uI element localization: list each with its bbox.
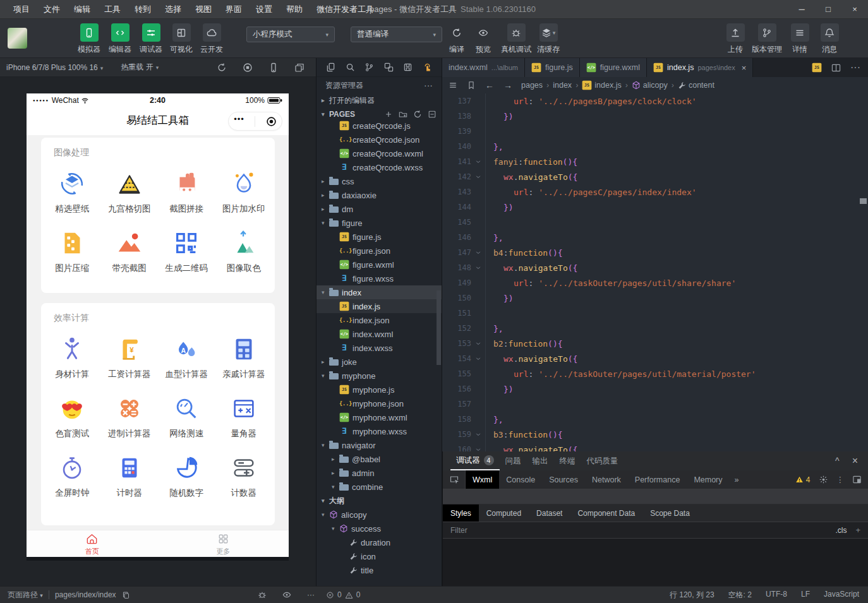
tree-item[interactable]: ▾figure xyxy=(316,216,442,230)
settings-gear-icon[interactable] xyxy=(819,475,828,484)
tree-item[interactable]: ▾myphone xyxy=(316,369,442,383)
close-tab-icon[interactable]: × xyxy=(742,63,747,73)
app-item[interactable]: 生成二维码 xyxy=(158,229,215,274)
devtools-tab-Memory[interactable]: Memory xyxy=(687,470,729,489)
eye-icon[interactable] xyxy=(282,590,291,599)
fold-chevron-icon[interactable] xyxy=(471,265,485,271)
new-folder-icon[interactable] xyxy=(399,110,407,119)
menu-item[interactable]: 选择 xyxy=(158,0,188,19)
tree-item[interactable]: ▸@babel xyxy=(316,452,442,466)
compile-dropdown[interactable]: 普通编译▾ xyxy=(351,27,442,42)
open-editors-section[interactable]: ▸ 打开的编辑器 xyxy=(316,93,442,107)
collapse-panel-button[interactable]: ^ xyxy=(835,456,840,466)
more-actions-icon[interactable]: ··· xyxy=(850,62,860,73)
git-branch-icon[interactable] xyxy=(365,63,374,72)
dock-side-icon[interactable] xyxy=(852,475,862,484)
fold-chevron-icon[interactable] xyxy=(471,174,485,180)
bug-icon[interactable] xyxy=(258,590,267,599)
editor-tab-index.js[interactable]: JSindex.jspages\index× xyxy=(647,58,753,77)
maximize-button[interactable]: □ xyxy=(815,1,841,18)
tree-item[interactable]: title xyxy=(316,563,442,577)
windows-icon[interactable] xyxy=(294,63,304,73)
fold-chevron-icon[interactable] xyxy=(471,355,485,362)
app-item[interactable]: 身材计算 xyxy=(44,335,101,380)
layout-icon[interactable] xyxy=(384,63,394,72)
more-icon[interactable]: ··· xyxy=(307,590,315,599)
code-editor[interactable]: 137url: '../../pagesB/pages/clock/clock'… xyxy=(442,93,868,451)
editor-tab-figure.js[interactable]: JSfigure.js xyxy=(525,58,580,77)
devtools-tab-Performance[interactable]: Performance xyxy=(628,470,687,489)
tree-item[interactable]: ∃myphone.wxss xyxy=(316,424,442,438)
app-item[interactable]: 进制计算器 xyxy=(101,394,159,439)
explorer-more-button[interactable]: ··· xyxy=(424,80,433,90)
debugger-tab-输出[interactable]: 输出 xyxy=(527,451,554,470)
fold-chevron-icon[interactable] xyxy=(471,249,485,256)
tree-item[interactable]: ▾navigator xyxy=(316,438,442,452)
menu-item[interactable]: 工具 xyxy=(97,0,128,19)
tree-item[interactable]: JSfigure.js xyxy=(316,230,442,244)
filter-input[interactable]: Filter xyxy=(450,526,467,535)
breadcrumb-item[interactable]: pages xyxy=(521,81,543,90)
app-item[interactable]: 量角器 xyxy=(215,394,273,439)
toolbar-预览-button[interactable]: 预览 xyxy=(466,23,501,55)
hot-reload-toggle[interactable]: 热重载 开▾ xyxy=(121,62,159,73)
app-item[interactable]: 图像取色 xyxy=(215,229,273,274)
toolbar-上传-button[interactable]: 上传 xyxy=(718,23,753,55)
devtools-tab-Console[interactable]: Console xyxy=(499,470,542,489)
tree-item[interactable]: </>myphone.wxml xyxy=(316,410,442,424)
tree-item[interactable]: ▾success xyxy=(316,522,442,535)
debugger-tab-代码质量[interactable]: 代码质量 xyxy=(581,451,624,470)
list-icon[interactable] xyxy=(449,81,457,90)
app-item[interactable]: 随机数字 xyxy=(158,453,215,499)
tabbar-更多[interactable]: 更多 xyxy=(158,530,289,557)
tree-item[interactable]: ∃index.wxss xyxy=(316,341,442,355)
app-item[interactable]: 图片加水印 xyxy=(215,169,273,215)
tree-item[interactable]: ▸css xyxy=(316,174,442,188)
menu-item[interactable]: 视图 xyxy=(188,0,219,19)
save-icon[interactable] xyxy=(403,63,413,72)
exit-target-button[interactable] xyxy=(266,116,277,127)
more-menu-button[interactable]: ••• xyxy=(234,119,244,123)
problems-indicator[interactable]: 0 0 xyxy=(326,590,360,599)
tree-item[interactable]: ▸daxiaoxie xyxy=(316,188,442,202)
app-item[interactable]: 计时器 xyxy=(101,453,159,499)
page-path-selector[interactable]: 页面路径 ▾ xyxy=(8,590,43,600)
search-icon[interactable] xyxy=(346,63,355,72)
fold-chevron-icon[interactable] xyxy=(471,431,485,438)
tree-item[interactable]: ∃figure.wxss xyxy=(316,272,442,285)
tree-item[interactable]: ▸joke xyxy=(316,355,442,369)
tree-item[interactable]: JScreateQrcode.js xyxy=(316,119,442,133)
inspect-element-button[interactable] xyxy=(443,470,466,489)
outline-section[interactable]: ▾ 大纲 xyxy=(316,494,442,508)
tree-item[interactable]: JSindex.js xyxy=(316,299,442,313)
close-button[interactable]: × xyxy=(841,1,868,18)
minimize-button[interactable]: ─ xyxy=(788,1,815,18)
tree-item[interactable]: icon xyxy=(316,549,442,563)
app-item[interactable]: 带壳截图 xyxy=(101,229,159,274)
devtools-tab-Network[interactable]: Network xyxy=(585,470,628,489)
toolbar-模拟器-button[interactable]: 模拟器 xyxy=(71,23,107,55)
editor-scrollbar-handle[interactable] xyxy=(860,198,867,204)
new-file-icon[interactable] xyxy=(384,110,393,119)
tree-item[interactable]: {..}index.json xyxy=(316,313,442,327)
app-item[interactable]: 精选壁纸 xyxy=(44,169,101,215)
tree-item[interactable]: JSmyphone.js xyxy=(316,383,442,397)
debugger-tab-问题[interactable]: 问题 xyxy=(500,451,527,470)
menu-item[interactable]: 界面 xyxy=(219,0,249,19)
fold-chevron-icon[interactable] xyxy=(471,446,485,451)
tree-item[interactable]: {..}createQrcode.json xyxy=(316,133,442,146)
menu-item[interactable]: 帮助 xyxy=(279,0,310,19)
toolbar-清缓存-button[interactable]: ▾清缓存 xyxy=(531,23,566,55)
forward-button[interactable]: → xyxy=(503,80,512,90)
breadcrumb-item[interactable]: content xyxy=(678,81,714,90)
app-item[interactable]: 色盲测试 xyxy=(44,394,101,439)
app-item[interactable]: ¥工资计算器 xyxy=(101,335,159,380)
devtools-tab-Sources[interactable]: Sources xyxy=(542,470,585,489)
back-button[interactable]: ← xyxy=(485,80,494,90)
fold-chevron-icon[interactable] xyxy=(471,158,485,165)
tree-item[interactable]: {..}figure.json xyxy=(316,244,442,258)
menu-item[interactable]: 项目 xyxy=(6,0,37,19)
fold-chevron-icon[interactable] xyxy=(471,340,485,347)
tree-item[interactable]: ▸admin xyxy=(316,466,442,480)
tree-item[interactable]: </>index.wxml xyxy=(316,327,442,341)
